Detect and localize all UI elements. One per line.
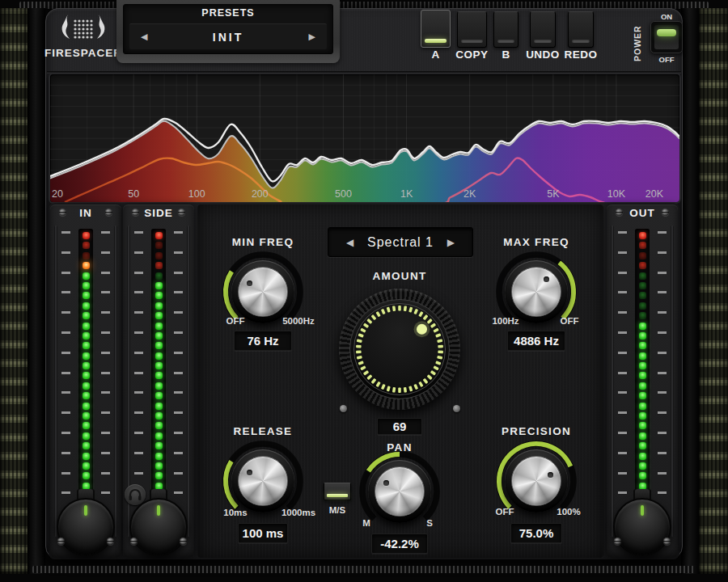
- led-green: [83, 362, 90, 369]
- led-red-mid: [639, 262, 646, 269]
- pan-value[interactable]: -42.2%: [371, 534, 428, 554]
- led-green: [83, 392, 90, 399]
- precision-min-label: OFF: [496, 507, 514, 517]
- amount-value[interactable]: 69: [377, 418, 422, 435]
- amount-max-dot: [453, 405, 460, 412]
- led-green: [155, 362, 163, 369]
- power-switch[interactable]: [650, 21, 683, 53]
- screw-icon: [107, 538, 114, 545]
- spectrum-svg: 20501002005001K2K5K10K20K: [50, 74, 679, 202]
- led-green: [639, 442, 646, 449]
- screw-icon: [57, 538, 65, 545]
- ab-button-b[interactable]: [493, 11, 518, 48]
- preset-next-arrow[interactable]: ▶: [309, 32, 315, 42]
- meter-scale-ticks: [134, 231, 143, 512]
- brand-name: FIRESPACER: [44, 47, 122, 59]
- led-green: [639, 472, 646, 479]
- module-rail: [611, 226, 614, 537]
- right-speaker-grille: [699, 8, 728, 574]
- max_freq-value[interactable]: 4886 Hz: [507, 331, 565, 351]
- amount-label: AMOUNT: [372, 270, 426, 282]
- freq-tick-label: 20: [52, 188, 63, 200]
- knob-pointer: [84, 505, 87, 516]
- release-label: RELEASE: [234, 425, 293, 437]
- precision-label: PRECISION: [502, 425, 571, 437]
- min_freq-min-label: OFF: [226, 316, 245, 326]
- led-green: [83, 472, 90, 479]
- min_freq-value[interactable]: 76 Hz: [234, 331, 292, 351]
- freq-tick-label: 500: [335, 188, 352, 200]
- led-green: [639, 422, 646, 429]
- ab-button-label-copy: COPY: [455, 48, 488, 61]
- left-frame: [28, 8, 45, 574]
- left-speaker-grille: [0, 8, 29, 574]
- ab-button-indicator: [534, 39, 552, 43]
- led-green: [639, 462, 646, 470]
- knob-pointer: [157, 505, 160, 516]
- knob-face: [375, 466, 425, 517]
- output-gain-knob[interactable]: [613, 498, 671, 556]
- meter-scale-ticks: [658, 231, 667, 512]
- led-red: [639, 232, 646, 239]
- ab-button-redo[interactable]: [568, 11, 594, 48]
- amount-min-dot: [340, 405, 347, 412]
- led-red-mid: [83, 242, 90, 249]
- input-gain-knob[interactable]: [57, 498, 115, 556]
- preset-name[interactable]: INIT: [213, 31, 243, 44]
- mode-prev-arrow[interactable]: ◀: [346, 237, 353, 248]
- ab-button-indicator: [572, 39, 590, 43]
- led-green: [155, 422, 163, 429]
- led-red-dim: [83, 252, 90, 259]
- min_freq-max-label: 5000Hz: [282, 316, 315, 326]
- screw-icon: [662, 209, 669, 216]
- led-green: [639, 332, 646, 340]
- led-green: [83, 332, 90, 340]
- preset-prev-arrow[interactable]: ◀: [141, 32, 147, 42]
- led-green: [83, 382, 90, 390]
- side-gain-knob[interactable]: [129, 498, 188, 556]
- amount-knob[interactable]: [339, 289, 460, 410]
- freq-tick-label: 50: [128, 188, 139, 200]
- ms-button-label: M/S: [329, 505, 345, 515]
- led-green-dim: [639, 272, 646, 280]
- pan-max-label: S: [426, 518, 433, 528]
- freq-tick-label: 5K: [547, 188, 560, 200]
- ab-button-indicator: [461, 39, 483, 43]
- output-led-meter: [639, 232, 646, 510]
- mode-name[interactable]: Spectral 1: [367, 235, 434, 250]
- led-green: [155, 302, 163, 310]
- ab-button-indicator: [497, 39, 514, 43]
- screw-icon: [59, 209, 66, 216]
- freq-tick-label: 1K: [400, 188, 413, 200]
- ab-button-a[interactable]: [421, 10, 451, 48]
- brand-logo: FIRESPACER: [45, 11, 121, 60]
- knob-face: [511, 456, 561, 506]
- led-green: [83, 372, 90, 379]
- led-green: [83, 302, 90, 310]
- precision-value[interactable]: 75.0%: [510, 523, 562, 543]
- freq-tick-label: 10K: [607, 188, 626, 200]
- ms-mode-button[interactable]: [324, 483, 351, 500]
- presets-panel: PRESETS ◀ INIT ▶: [123, 4, 333, 54]
- mode-next-arrow[interactable]: ▶: [447, 237, 455, 248]
- led-red-dim: [639, 252, 646, 259]
- release-value[interactable]: 100 ms: [238, 523, 288, 543]
- screw-icon: [616, 209, 623, 216]
- led-green: [155, 392, 163, 399]
- led-green: [83, 442, 90, 449]
- led-green: [83, 422, 90, 429]
- ab-button-undo[interactable]: [530, 11, 556, 48]
- knob-face: [511, 267, 561, 317]
- led-red: [155, 232, 163, 239]
- knob-indicator-dot: [383, 480, 389, 486]
- led-green: [639, 352, 646, 360]
- led-green: [83, 272, 90, 280]
- ab-button-copy[interactable]: [457, 11, 487, 48]
- meter-scale-ticks: [101, 231, 110, 512]
- release-max-label: 1000ms: [281, 508, 315, 517]
- power-switch-face: [654, 25, 679, 49]
- min_freq-label: MIN FREQ: [232, 236, 294, 248]
- led-green: [83, 282, 90, 289]
- ab-button-label-a: A: [431, 48, 439, 61]
- led-green: [83, 352, 90, 360]
